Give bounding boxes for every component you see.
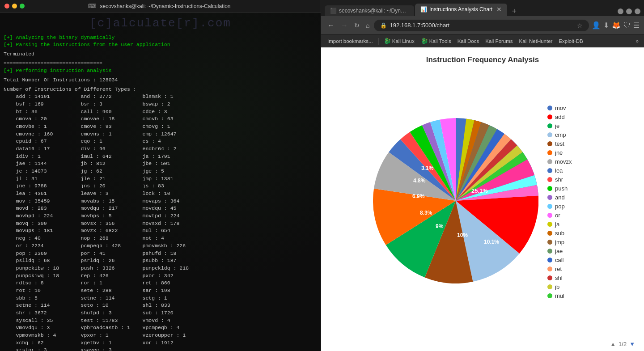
term-instr-14: lea : 4361 leave : 3 lock : 10	[4, 190, 317, 198]
browser-minimize-btn[interactable]	[618, 8, 623, 14]
chart-tab-close[interactable]: ✕	[496, 6, 502, 13]
term-instr-30: shr : 3672 shufpd : 3 sub : 1720	[4, 309, 317, 317]
term-line-1: [+] Analyzing the binary dynamically	[4, 34, 317, 42]
term-terminated: Terminated	[4, 51, 317, 58]
term-instr-29: setne : 114 seto : 10 shl : 833	[4, 302, 317, 309]
bookmark-exploitdb[interactable]: Exploit-DB	[556, 38, 585, 45]
term-instr-6: cmovne : 160 cmovns : 1 cmp : 12647	[4, 131, 317, 138]
bookmark-kali-forums[interactable]: Kali Forums	[483, 38, 515, 45]
terminal-logo: [c]alculate[r].com	[4, 15, 317, 32]
terminal-max-btn[interactable]	[20, 4, 25, 8]
page-indicator: 1/2	[619, 341, 627, 347]
terminal-tab-icon: ⬛	[330, 8, 337, 14]
tab-terminal[interactable]: ⬛ secovshanks@kali: ~/Dynamic-Instructio…	[325, 5, 414, 16]
legend-item-and: and	[547, 194, 592, 201]
legend-item-test: test	[547, 140, 592, 147]
terminal-close-btn[interactable]	[4, 4, 9, 8]
term-instr-18: movq : 309 movsx : 356 movsxd : 178	[4, 220, 317, 228]
forward-button[interactable]: →	[339, 21, 350, 30]
term-instr-34: xchg : 62 xgetbv : 1 xor : 1912	[4, 339, 317, 347]
legend-item-ret: ret	[547, 266, 592, 272]
terminal-tab-label: secovshanks@kali: ~/Dynamic-Instructions…	[339, 8, 409, 14]
term-sep1: ================================	[4, 60, 317, 68]
legend-item-or: or	[547, 212, 592, 219]
new-tab-button[interactable]: +	[508, 6, 520, 16]
term-instr-13: jne : 9788 jns : 20 js : 83	[4, 182, 317, 190]
pie-chart-wrapper: 25.1% 10.1% 10% 9% 8.3% 6.9%	[373, 118, 538, 285]
legend-item-pop: pop	[547, 203, 592, 210]
legend-item-call: call	[547, 257, 592, 263]
url-text: 192.168.1.7:5000/chart	[390, 22, 574, 29]
term-instr-31: syscall : 35 test : 11783 vmovd : 4	[4, 317, 317, 325]
legend-item-je: je	[547, 123, 592, 129]
legend-item-jae: jae	[547, 248, 592, 254]
term-instr-35: xrstor : 3 xsavec : 3	[4, 347, 317, 351]
menu-icon[interactable]: ☰	[633, 21, 640, 30]
next-page-btn[interactable]: ▼	[629, 341, 635, 347]
term-instr-3: bt : 36 call : 900 cdqe : 3	[4, 108, 317, 116]
term-instr-9: idiv : 1 imul : 642 ja : 1791	[4, 153, 317, 161]
term-instr-21: or : 2234 pcmpeqb : 428 pmovmskb : 226	[4, 242, 317, 250]
legend-item-movzx: movzx	[547, 158, 592, 165]
term-instr-8: data16 : 17 div : 96 endbr64 : 2	[4, 145, 317, 153]
term-instr-32: vmovdqu : 3 vpbroadcastb : 1 vpcmpeqb : …	[4, 324, 317, 332]
address-bar: ← → ↻ ⌂ 🔒 192.168.1.7:5000/chart ☆ 👤 ⬇ 🦊…	[321, 16, 644, 35]
lock-icon: 🔒	[380, 22, 387, 29]
url-bar[interactable]: 🔒 192.168.1.7:5000/chart ☆	[374, 20, 589, 31]
chart-content: Instruction Frequency Analysis	[321, 47, 644, 351]
chart-area: 25.1% 10.1% 10% 9% 8.3% 6.9%	[321, 69, 644, 339]
legend-item-cmp: cmp	[547, 131, 592, 138]
bookmark-kali-nethunter[interactable]: Kali NetHunter	[517, 38, 555, 45]
download-icon[interactable]: ⬇	[603, 21, 609, 30]
bookmark-kali-tools[interactable]: 🐉Kali Tools	[418, 37, 454, 45]
term-instr-5: cmovbe : 1 cmove : 93 cmovg : 1	[4, 123, 317, 131]
home-button[interactable]: ⌂	[364, 21, 371, 30]
term-instr-11: je : 14073 jg : 62 jge : 5	[4, 168, 317, 175]
browser-panel: ⬛ secovshanks@kali: ~/Dynamic-Instructio…	[321, 0, 644, 351]
bookmark-kali-docs[interactable]: Kali Docs	[455, 38, 482, 45]
chart-title: Instruction Frequency Analysis	[426, 55, 539, 64]
terminal-panel: ⌨ secovshanks@kali: ~/Dynamic-Instructio…	[0, 0, 321, 351]
star-icon[interactable]: ☆	[577, 22, 583, 29]
legend-item-jmp: jmp	[547, 239, 592, 245]
terminal-icon: ⌨	[88, 3, 97, 9]
account-icon[interactable]: 👤	[592, 21, 601, 30]
term-line-3: [+] Performing instruction analysis	[4, 67, 317, 75]
pagination: ▲ 1/2 ▼	[321, 339, 644, 351]
term-instr-24: punpckibw : 18 push : 3326 punpckldq : 2…	[4, 265, 317, 272]
terminal-min-btn[interactable]	[12, 4, 17, 8]
extension-icon[interactable]: 🦊	[612, 21, 621, 30]
term-instr-17: movhpd : 224 movhps : 5 movtpd : 224	[4, 212, 317, 220]
legend-item-mov: mov	[547, 105, 592, 111]
term-instr-22: pop : 2360 por : 41 pshufd : 18	[4, 250, 317, 258]
shield-icon[interactable]: 🛡	[623, 21, 631, 30]
chart-legend: mov add je cmp	[547, 105, 592, 299]
browser-close-btn[interactable]	[635, 8, 640, 14]
term-instr-23: pslldq : 68 psrldq : 26 psubb : 187	[4, 257, 317, 265]
chart-tab-icon: 📊	[420, 6, 427, 13]
more-bookmarks[interactable]: »	[634, 37, 640, 45]
terminal-body[interactable]: [c]alculate[r].com [+] Analyzing the bin…	[0, 13, 321, 351]
legend-item-mul: mul	[547, 292, 592, 299]
browser-maximize-btn[interactable]	[626, 8, 632, 14]
term-instr-19: movups : 181 movzx : 6822 mul : 654	[4, 227, 317, 235]
term-instr-2: bsf : 169 bsr : 3 bswap : 2	[4, 101, 317, 108]
term-instr-10: jae : 1144 jb : 812 jbe : 501	[4, 160, 317, 168]
legend-item-lea: lea	[547, 167, 592, 174]
term-instr-16: movd : 283 movdqu : 217 movdqu : 45	[4, 205, 317, 212]
tab-chart[interactable]: 📊 Instructions Analysis Chart ✕	[415, 4, 507, 16]
back-button[interactable]: ←	[326, 21, 336, 30]
bookmarks-bar: Import bookmarks... | 🐉Kali Linux 🐉Kali …	[321, 35, 644, 47]
term-instr-1: add : 14191 and : 2772 blsmsk : 1	[4, 93, 317, 101]
terminal-title: secovshanks@kali: ~/Dynamic-Instructions…	[100, 3, 231, 9]
legend-item-shr: shr	[547, 176, 592, 183]
bookmark-kali-linux[interactable]: 🐉Kali Linux	[381, 37, 417, 45]
reload-button[interactable]: ↻	[352, 21, 361, 30]
legend-item-jb: jb	[547, 283, 592, 290]
term-types-header: Number of Instructions of Different Type…	[4, 86, 317, 93]
bookmark-import[interactable]: Import bookmarks...	[325, 38, 376, 45]
term-instr-15: mov : 35459 movabs : 15 movaps : 364	[4, 198, 317, 205]
term-instr-26: rdtsc : 8 ror : 1 ret : 860	[4, 279, 317, 287]
term-instr-25: punpckiwq : 18 rep : 426 pxor : 342	[4, 272, 317, 280]
prev-page-btn[interactable]: ▲	[610, 341, 616, 347]
